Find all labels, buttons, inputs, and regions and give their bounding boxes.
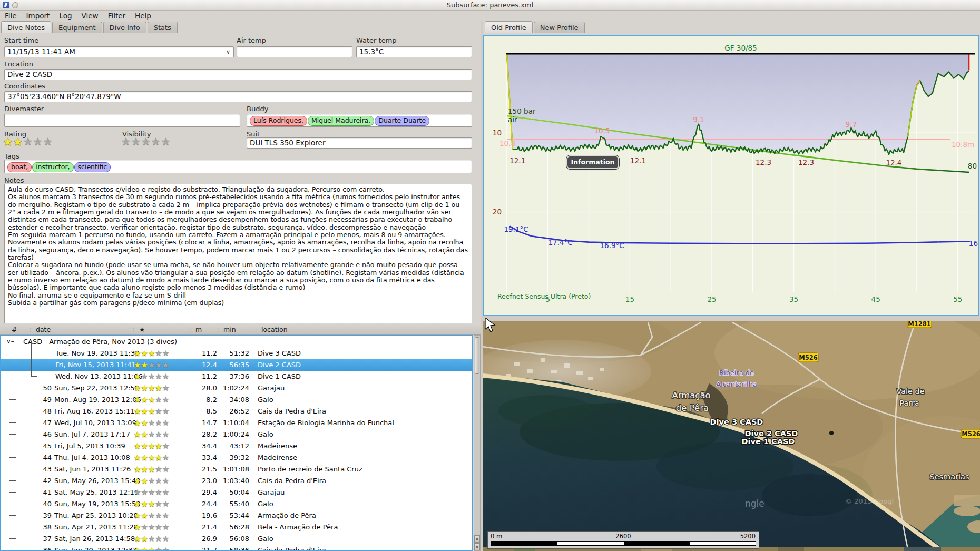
col-rating[interactable]: ★ <box>131 326 145 333</box>
dive-date: Sun, Sep 22, 2013 12:59 <box>54 384 139 392</box>
map-label-vale-2: Parra <box>899 399 919 407</box>
dive-row[interactable]: 41Sat, May 25, 2013 12:19★★★★★29.450:04G… <box>1 487 472 498</box>
dive-row[interactable]: 45Fri, Jul 5, 2013 10:39★★★★★34.443:12Ma… <box>1 440 472 452</box>
dive-number: 37 <box>32 535 52 543</box>
rating-stars[interactable]: ★★★★★ <box>3 135 53 148</box>
tab-dive-notes[interactable]: Dive Notes <box>1 21 51 33</box>
dive-location: Dive 3 CASD <box>258 349 301 357</box>
dive-row[interactable]: Tue, Nov 19, 2013 11:39★★★★★11.251:32Div… <box>1 348 472 359</box>
tags-input[interactable]: boat,instructor,scientific <box>4 160 472 173</box>
dive-location: Dive 2 CASD <box>258 361 301 369</box>
map-label-sesmarias: Sesmarias <box>929 473 969 481</box>
dive-row[interactable]: 44Thu, Jul 4, 2013 10:08★★★★★33.439:32Ma… <box>1 452 472 464</box>
dive-rating: ★★★★★ <box>134 383 169 393</box>
expand-arrow-icon[interactable]: ∨– <box>6 338 14 345</box>
dive-number: 42 <box>32 477 52 485</box>
dive-rating: ★★★★★ <box>134 395 169 405</box>
svg-text:16.9°C: 16.9°C <box>600 241 624 250</box>
scroll-up-button[interactable]: ∧ <box>474 535 480 543</box>
divemaster-input[interactable] <box>4 114 240 127</box>
dive-row[interactable]: 46Sun, Jul 7, 2013 17:17★★★★★28.21:00:24… <box>1 429 472 440</box>
scrollbar-thumb[interactable] <box>475 337 479 374</box>
buddy-pill[interactable]: Miguel Madureira, <box>308 116 374 126</box>
dive-row[interactable]: 36Sun, Jan 20, 2013 12:33★★★★★21.758:36C… <box>1 545 472 551</box>
dive-number: 40 <box>32 500 52 508</box>
panel-splitter-horizontal[interactable] <box>483 316 980 321</box>
dive-list-scrollbar[interactable]: ∧ ∨ <box>474 335 481 551</box>
tag-pill[interactable]: boat, <box>7 162 32 172</box>
satellite-map[interactable]: M526 M526 M1281 Armação de Pêra Ribeira … <box>483 321 980 551</box>
menu-import[interactable]: Import <box>22 11 55 21</box>
dive-location: Galo <box>258 535 273 543</box>
dive-date: Fri, Nov 15, 2013 11:41 <box>55 361 136 369</box>
dive-number: 44 <box>32 454 52 461</box>
dive-row[interactable]: 40Sun, May 19, 2013 15:53★★★★★24.455:40G… <box>1 498 472 510</box>
visibility-stars[interactable]: ★★★★★ <box>121 135 171 148</box>
menu-file[interactable]: File <box>0 11 22 21</box>
menu-view[interactable]: View <box>77 11 103 21</box>
buddy-pill[interactable]: Luís Rodrigues, <box>250 116 307 126</box>
dive-row[interactable]: 48Fri, Aug 16, 2013 15:11★★★★★8.526:52Ca… <box>1 406 472 417</box>
buddy-input[interactable]: Luís Rodrigues,Miguel Madureira,Duarte D… <box>247 114 472 127</box>
dive-duration: 1:02:24 <box>211 384 249 392</box>
buddy-pill[interactable]: Duarte Duarte <box>375 116 429 126</box>
menu-help[interactable]: Help <box>130 11 156 21</box>
dive-number: 41 <box>32 488 52 496</box>
scroll-down-button[interactable]: ∨ <box>474 543 480 550</box>
air-temp-input[interactable] <box>237 46 352 57</box>
tag-pill[interactable]: instructor, <box>32 162 73 172</box>
dive-location: Estação de Biologia Marinha do Funchal <box>258 419 394 427</box>
dive-list[interactable]: ∨–CASD - Armação de Pêra, Nov 2013 (3 di… <box>0 335 473 551</box>
dive-row[interactable]: 42Sun, May 26, 2013 15:40★★★★★23.01:03:4… <box>1 475 472 487</box>
dive-rating: ★★★★★ <box>134 499 169 509</box>
map-label-dive3: Dive 3 CASD <box>710 418 763 426</box>
title-bar[interactable]: Subsurface: paneves.xml <box>0 0 980 11</box>
dive-row[interactable]: Fri, Nov 15, 2013 11:41★★★★★12.456:35Div… <box>1 359 472 371</box>
tab-dive-info[interactable]: Dive Info <box>103 22 146 33</box>
col-number[interactable]: # <box>3 326 17 333</box>
dive-row[interactable]: 39Thu, Apr 25, 2013 10:28★★★★★19.653:44A… <box>1 510 472 522</box>
menu-filter[interactable]: Filter <box>103 11 130 21</box>
water-temp-input[interactable]: 15.3°C <box>356 46 472 57</box>
scale-mid: 2600 <box>488 533 759 540</box>
dive-profile[interactable]: GF 30/85102051525354555150 barair8010.81… <box>483 35 979 316</box>
start-time-input[interactable]: 11/15/13 11:41 AM ∨ <box>4 46 234 57</box>
coordinates-input[interactable]: 37°05'23.460"N 8°20'47.879"W <box>4 91 472 102</box>
map-label-river-1: Ribeira de <box>719 369 754 377</box>
svg-text:35: 35 <box>789 295 798 303</box>
dive-row[interactable]: 47Wed, Jul 10, 2013 13:09★★★★★14.71:10:0… <box>1 417 472 429</box>
suit-input[interactable]: DUI TLS 350 Explorer <box>247 137 472 149</box>
menu-log[interactable]: Log <box>54 11 76 21</box>
dive-rating: ★★★★★ <box>134 534 169 544</box>
dive-trip-row[interactable]: ∨–CASD - Armação de Pêra, Nov 2013 (3 di… <box>1 336 472 348</box>
dive-row[interactable]: 43Sat, Jun 1, 2013 11:26★★★★★21.51:01:08… <box>1 464 472 475</box>
dive-list-header[interactable]: # date ★ m min location <box>0 323 481 335</box>
dive-rating: ★★★★★ <box>134 476 169 486</box>
dive-row[interactable]: 38Sun, Apr 21, 2013 11:28★★★★★21.456:28B… <box>1 522 472 533</box>
dive-duration: 53:44 <box>211 511 249 519</box>
location-input[interactable]: Dive 2 CASD <box>4 69 472 80</box>
dive-date: Sun, May 26, 2013 15:40 <box>54 477 141 485</box>
tab-new-profile[interactable]: New Profile <box>534 22 585 33</box>
dive-row[interactable]: 49Mon, Aug 19, 2013 12:06★★★★★8.234:08Ga… <box>1 394 472 406</box>
chevron-down-icon[interactable]: ∨ <box>226 48 230 55</box>
dive-location-map[interactable]: M526 M526 M1281 Armação de Pêra Ribeira … <box>483 321 980 551</box>
col-date[interactable]: date <box>27 326 51 333</box>
dive-row[interactable]: Wed, Nov 13, 2013 11:06★★★★★11.237:36Div… <box>1 371 472 382</box>
dive-date: Sat, Jun 1, 2013 11:26 <box>54 465 131 473</box>
tab-old-profile[interactable]: Old Profile <box>485 21 533 33</box>
tab-equipment[interactable]: Equipment <box>52 22 102 33</box>
tag-pill[interactable]: scientific <box>74 162 111 172</box>
dive-row[interactable]: 37Sat, Jan 26, 2013 14:58★★★★★26.956:08G… <box>1 533 472 545</box>
dive-number: 50 <box>32 384 52 392</box>
dive-site-marker[interactable] <box>829 431 834 435</box>
svg-text:150 bar: 150 bar <box>508 107 536 115</box>
svg-text:45: 45 <box>871 295 880 303</box>
dive-number: 43 <box>32 465 52 473</box>
dive-row[interactable]: 50Sun, Sep 22, 2013 12:59★★★★★28.01:02:2… <box>1 382 472 394</box>
tab-stats[interactable]: Stats <box>148 22 178 33</box>
col-duration[interactable]: min <box>215 326 236 333</box>
col-location[interactable]: location <box>253 326 288 333</box>
col-depth[interactable]: m <box>187 326 202 333</box>
information-button[interactable]: Information <box>566 155 619 169</box>
